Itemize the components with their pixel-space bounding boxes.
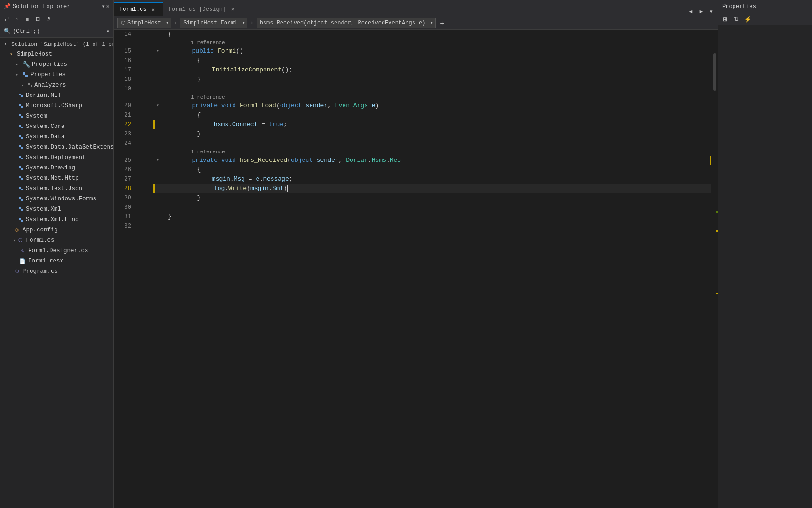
scrollbar-marker-2: [716, 293, 718, 294]
nav-project-dropdown[interactable]: ⬡ SimpleHost ▾: [117, 18, 171, 28]
se-menu-icon[interactable]: ▾: [102, 3, 105, 10]
code-line-28[interactable]: ✎ log.Write(msgin.Sml): [153, 184, 711, 193]
project-folder-icon: ▾: [8, 50, 15, 58]
tab-form1-cs-close[interactable]: ✕: [149, 6, 157, 13]
scrollbar-marker-3: [716, 211, 718, 213]
code-line-29: }: [153, 193, 711, 203]
nav-method-chevron: ▾: [430, 20, 433, 25]
form1-resx-item[interactable]: 📄 Form1.resx: [0, 256, 113, 266]
tab-form1-design-label: Form1.cs [Design]: [169, 6, 226, 13]
form1-expand-icon: ▾: [13, 238, 16, 243]
ref-system-net-http[interactable]: System.Net.Http: [0, 173, 113, 183]
program-cs-item[interactable]: ⬡ Program.cs: [0, 266, 113, 277]
code-editor[interactable]: 14 15 16 17 18 19 20 21 22 23 24 25 26 2…: [114, 30, 718, 508]
ref-system-windows-forms[interactable]: System.Windows.Forms: [0, 194, 113, 204]
props-sort-btn[interactable]: ⇅: [732, 15, 741, 24]
ref-system-deployment[interactable]: System.Deployment: [0, 152, 113, 163]
solution-root[interactable]: ▸ Solution 'SimpleHost' (1 of 1 project): [0, 39, 113, 49]
references-expand-icon: ▾: [13, 71, 21, 79]
nav-sep-1: ›: [174, 20, 177, 26]
code-line-24: [153, 139, 711, 148]
se-tree: ▸ Solution 'SimpleHost' (1 of 1 project)…: [0, 38, 113, 508]
properties-panel: Properties ⊞ ⇅ ⚡: [718, 0, 812, 508]
ref-dorian-net[interactable]: Dorian.NET: [0, 90, 113, 101]
se-options-icon[interactable]: ▾: [106, 28, 109, 35]
scrollbar-thumb[interactable]: [713, 53, 716, 91]
program-cs-icon: ⬡: [13, 268, 21, 275]
ref-system[interactable]: System: [0, 111, 113, 121]
ref-system-xml[interactable]: System.Xml: [0, 204, 113, 214]
app-config-label: App.config: [23, 227, 58, 233]
tab-list-btn[interactable]: ▾: [707, 7, 716, 16]
code-line-20: ▾ private void Form1_Load(object sender,…: [153, 101, 711, 111]
line-num-19: 19: [114, 84, 135, 94]
ref-system-xml-linq[interactable]: System.Xml.Linq: [0, 214, 113, 225]
code-line-30: [153, 203, 711, 212]
ref-system-text-json[interactable]: System.Text.Json: [0, 183, 113, 194]
se-close-icon[interactable]: ✕: [106, 3, 109, 10]
ref-system-core[interactable]: System.Core: [0, 121, 113, 132]
line-num-30: 30: [114, 203, 135, 212]
tab-form1-cs[interactable]: Form1.cs ✕: [114, 2, 163, 16]
project-node[interactable]: ▾ SimpleHost: [0, 49, 113, 59]
tab-form1-design-close[interactable]: ✕: [229, 6, 236, 13]
se-sync-btn[interactable]: ⇄: [2, 15, 11, 24]
tab-scroll-left[interactable]: ◄: [686, 7, 695, 16]
app-config-item[interactable]: ⚙ App.config: [0, 225, 113, 235]
properties-label: Properties: [32, 61, 67, 68]
ref-system-label: System: [26, 113, 47, 119]
ref-system-deployment-label: System.Deployment: [26, 154, 86, 161]
ref-dorian-net-label: Dorian.NET: [26, 92, 61, 99]
props-grid-btn[interactable]: ⊞: [720, 15, 730, 24]
line-num-14: 14: [114, 30, 135, 39]
properties-title: Properties: [722, 3, 756, 10]
code-line-17: InitializeComponent();: [153, 65, 711, 75]
line-num-ref2: [114, 94, 135, 101]
solution-explorer: 📌 Solution Explorer ▾ ✕ ⇄ ⌂ ≡ ⊟ ↺ 🔍 (Ctr…: [0, 0, 114, 508]
analyzers-item[interactable]: ▸ Analyzers: [0, 80, 113, 90]
se-refresh-btn[interactable]: ↺: [43, 15, 53, 24]
code-line-18: }: [153, 75, 711, 84]
references-folder[interactable]: ▾ Properties: [0, 70, 113, 80]
pin-icon: 📌: [4, 3, 11, 10]
ref-hint-1: 1 reference: [153, 39, 711, 47]
props-events-btn[interactable]: ⚡: [743, 15, 752, 24]
se-toolbar: ⇄ ⌂ ≡ ⊟ ↺: [0, 13, 113, 25]
line-num-27: 27: [114, 175, 135, 184]
se-collapse-btn[interactable]: ⊟: [33, 15, 42, 24]
nav-add-btn[interactable]: +: [437, 18, 447, 28]
solution-label: Solution 'SimpleHost' (1 of 1 project): [11, 41, 113, 47]
nav-method-dropdown[interactable]: hsms_Received(object sender, ReceivedEve…: [257, 18, 436, 28]
ref-system-data-dse[interactable]: System.Data.DataSetExtensions: [0, 142, 113, 152]
ref-system-data[interactable]: System.Data: [0, 132, 113, 142]
nav-class-dropdown[interactable]: SimpleHost.Form1 ▾: [180, 18, 247, 28]
collapse-gutter: [142, 30, 151, 508]
code-line-32: [153, 222, 711, 231]
form1-cs-item[interactable]: ▾ ⬡ Form1.cs: [0, 235, 113, 246]
code-content[interactable]: { 1 reference ▾ public Form1() {: [151, 30, 711, 508]
editor-scrollbar[interactable]: [711, 30, 718, 508]
properties-folder[interactable]: ▸ 🔧 Properties: [0, 59, 113, 70]
tab-scroll-right[interactable]: ►: [696, 7, 706, 16]
line-num-18: 18: [114, 75, 135, 84]
nav-method-label: hsms_Received(object sender, ReceivedEve…: [260, 20, 426, 26]
code-line-25: ▾ private void hsms_Received(object send…: [153, 156, 711, 165]
ref-microsoft-csharp[interactable]: Microsoft.CSharp: [0, 101, 113, 111]
line-numbers: 14 15 16 17 18 19 20 21 22 23 24 25 26 2…: [114, 30, 140, 508]
form1-cs-icon: ⬡: [16, 237, 24, 244]
search-label[interactable]: (Ctrl+;): [13, 28, 40, 35]
nav-project-chevron: ▾: [166, 20, 169, 25]
tab-form1-design[interactable]: Form1.cs [Design] ✕: [163, 2, 242, 16]
code-line-23: }: [153, 129, 711, 139]
ref-hint-3: 1 reference: [153, 148, 711, 156]
tab-bar: Form1.cs ✕ Form1.cs [Design] ✕ ◄ ► ▾: [114, 0, 718, 16]
properties-expand-icon: ▸: [13, 61, 21, 68]
ref-system-xml-linq-label: System.Xml.Linq: [26, 216, 79, 223]
cursor: [287, 185, 288, 192]
form1-designer-item[interactable]: ✎ Form1.Designer.cs: [0, 246, 113, 256]
se-filter-btn[interactable]: ≡: [23, 15, 32, 24]
ref-system-drawing[interactable]: System.Drawing: [0, 163, 113, 173]
code-line-27: msgin.Msg = e.message;: [153, 175, 711, 184]
ref-system-drawing-label: System.Drawing: [26, 165, 75, 171]
se-home-btn[interactable]: ⌂: [12, 15, 22, 24]
